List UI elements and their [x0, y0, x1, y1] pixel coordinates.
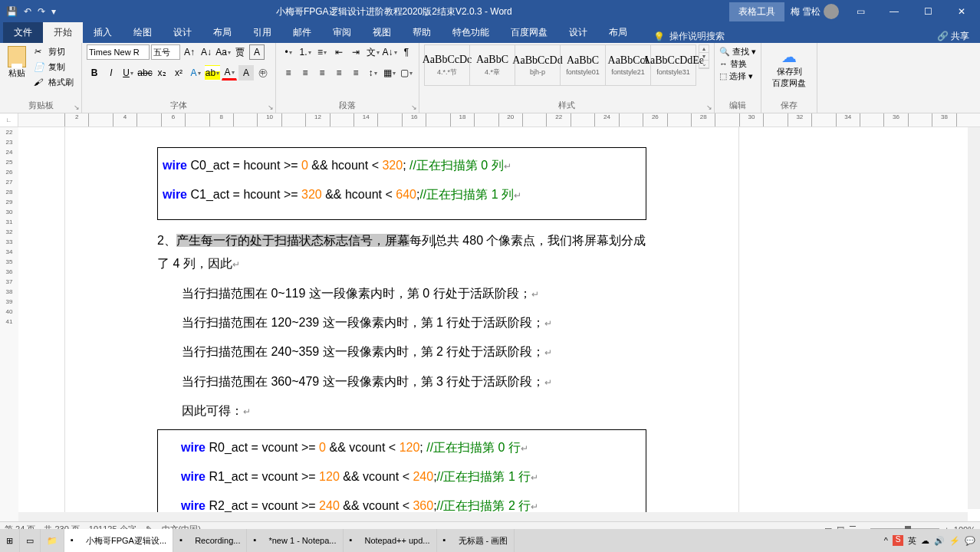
taskview-button[interactable]: ▭ — [20, 529, 41, 552]
vertical-ruler[interactable]: 2223242526272829303132333435363738394041 — [0, 127, 18, 524]
justify-button[interactable]: ≡ — [331, 65, 347, 80]
save-icon[interactable]: 💾 — [6, 6, 18, 17]
tab-review[interactable]: 审阅 — [322, 22, 362, 43]
italic-button[interactable]: I — [104, 65, 119, 80]
style-item-1[interactable]: AaBbC4.*章 — [469, 44, 515, 86]
format-painter-button[interactable]: 🖌格式刷 — [32, 75, 77, 90]
explorer-button[interactable]: 📁 — [41, 529, 64, 552]
tab-home[interactable]: 开始 — [43, 22, 83, 43]
show-marks-button[interactable]: ¶ — [399, 44, 414, 60]
borders-button[interactable]: ▢ — [399, 65, 414, 80]
cut-button[interactable]: ✂剪切 — [32, 44, 77, 59]
numbering-button[interactable]: 1. — [298, 44, 313, 60]
line-spacing-button[interactable]: ↕ — [365, 65, 380, 80]
close-button[interactable]: ✕ — [946, 6, 977, 17]
font-family-combo[interactable]: Times New R — [87, 44, 150, 60]
tab-mailings[interactable]: 邮件 — [282, 22, 322, 43]
tab-design[interactable]: 设计 — [163, 22, 202, 43]
tray-up-icon[interactable]: ^ — [884, 536, 888, 545]
style-item-2[interactable]: AaBbCcDdbjh-p — [515, 44, 561, 86]
vertical-scrollbar[interactable] — [968, 127, 980, 509]
taskbar-app-0[interactable]: ▪小梅哥FPGA逻辑设... — [64, 529, 173, 552]
subscript-button[interactable]: x₂ — [154, 65, 169, 80]
styles-dialog-icon[interactable]: ↘ — [706, 104, 712, 111]
share-button[interactable]: 🔗 共享 — [926, 30, 980, 43]
tab-file[interactable]: 文件 — [3, 22, 43, 43]
style-item-0[interactable]: AaBbCcDc4.*.*节 — [424, 44, 470, 86]
text-effects-button[interactable]: A — [188, 65, 203, 80]
start-button[interactable]: ⊞ — [0, 529, 20, 552]
tab-layout[interactable]: 布局 — [202, 22, 242, 43]
redo-icon[interactable]: ↷ — [38, 6, 45, 17]
ribbon-options-icon[interactable]: ▭ — [845, 6, 876, 17]
asian-layout-button[interactable]: 文 — [365, 44, 380, 60]
horizontal-ruler[interactable]: ∟ 2468101214161820222426283032343638 — [0, 113, 980, 127]
underline-button[interactable]: U — [120, 65, 136, 80]
styles-more[interactable]: ▴▾⌄ — [699, 44, 709, 69]
ime-icon[interactable]: S — [893, 535, 903, 546]
copy-button[interactable]: 📄复制 — [32, 60, 77, 74]
replace-button[interactable]: ↔ 替换 — [719, 58, 756, 70]
grow-font-button[interactable]: A↑ — [182, 44, 197, 60]
volume-icon[interactable]: 🔊 — [934, 536, 945, 546]
tab-references[interactable]: 引用 — [242, 22, 282, 43]
onedrive-icon[interactable]: ☁ — [921, 536, 929, 546]
tab-draw[interactable]: 绘图 — [123, 22, 163, 43]
quick-access-toolbar: 💾 ↶ ↷ ▾ — [0, 6, 62, 17]
sort-button[interactable]: A↓ — [382, 44, 397, 60]
style-item-3[interactable]: AaBbCfontstyle01 — [560, 44, 606, 86]
distribute-button[interactable]: ≡ — [348, 65, 363, 80]
qat-more-icon[interactable]: ▾ — [51, 6, 56, 17]
highlight-button[interactable]: ab — [205, 65, 220, 80]
bold-button[interactable]: B — [87, 65, 102, 80]
change-case-button[interactable]: Aa — [215, 44, 231, 60]
tab-table-layout[interactable]: 布局 — [598, 22, 638, 43]
taskbar-app-3[interactable]: ▪Notepad++ upd... — [344, 529, 437, 552]
tab-table-design[interactable]: 设计 — [558, 22, 598, 43]
shading-button[interactable]: ▦ — [382, 65, 397, 80]
superscript-button[interactable]: x² — [171, 65, 186, 80]
paragraph-dialog-icon[interactable]: ↘ — [411, 104, 417, 111]
find-button[interactable]: 🔍 查找 ▾ — [719, 46, 756, 58]
ime-lang[interactable]: 英 — [908, 535, 916, 547]
tell-me-search[interactable]: 💡 操作说明搜索 — [638, 30, 926, 43]
network-icon[interactable]: ⚡ — [949, 536, 960, 546]
font-dialog-icon[interactable]: ↘ — [268, 104, 274, 111]
tab-view[interactable]: 视图 — [362, 22, 402, 43]
enclose-char-button[interactable]: ㊥ — [255, 65, 271, 80]
user-account[interactable]: 梅 雪松 — [784, 4, 845, 19]
align-left-button[interactable]: ≡ — [281, 65, 296, 80]
shrink-font-button[interactable]: A↓ — [199, 44, 214, 60]
tab-insert[interactable]: 插入 — [83, 22, 123, 43]
char-border-button[interactable]: A — [249, 44, 265, 60]
avatar — [824, 4, 839, 19]
tab-help[interactable]: 帮助 — [402, 22, 442, 43]
decrease-indent-button[interactable]: ⇤ — [331, 44, 347, 60]
strike-button[interactable]: abc — [137, 65, 153, 80]
ruler-corner[interactable]: ∟ — [0, 113, 18, 127]
document-page[interactable]: wire C0_act = hcount >= 0 && hcount < 32… — [18, 127, 980, 524]
bullets-button[interactable]: • — [281, 44, 296, 60]
taskbar-app-4[interactable]: ▪无标题 - 画图 — [437, 529, 515, 552]
save-baidu-button[interactable]: ☁ 保存到 百度网盘 — [766, 44, 812, 92]
increase-indent-button[interactable]: ⇥ — [348, 44, 363, 60]
char-shading-button[interactable]: A — [238, 65, 254, 80]
tab-baidu[interactable]: 百度网盘 — [500, 22, 558, 43]
align-right-button[interactable]: ≡ — [314, 65, 330, 80]
style-item-5[interactable]: AaBbCcDdEefontstyle31 — [650, 44, 696, 86]
taskbar-app-1[interactable]: ▪Recording... — [173, 529, 247, 552]
phonetic-guide-button[interactable]: 贾 — [232, 44, 248, 60]
undo-icon[interactable]: ↶ — [24, 6, 31, 17]
align-center-button[interactable]: ≡ — [298, 65, 313, 80]
notification-icon[interactable]: 💬 — [965, 536, 975, 546]
tab-special[interactable]: 特色功能 — [442, 22, 500, 43]
font-color-button[interactable]: A — [222, 65, 237, 80]
clipboard-dialog-icon[interactable]: ↘ — [74, 104, 80, 111]
minimize-button[interactable]: — — [879, 6, 909, 17]
maximize-button[interactable]: ☐ — [913, 6, 943, 17]
taskbar-app-2[interactable]: ▪*new 1 - Notepa... — [247, 529, 343, 552]
paste-button[interactable]: 粘贴 — [5, 44, 29, 80]
select-button[interactable]: ⬚ 选择 ▾ — [719, 71, 756, 82]
font-size-combo[interactable]: 五号 — [151, 44, 180, 60]
multilevel-button[interactable]: ≡ — [314, 44, 330, 60]
